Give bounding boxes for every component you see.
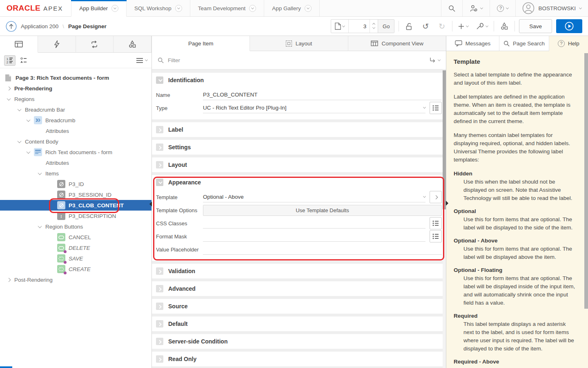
chevron-down-icon[interactable]: [111, 5, 118, 12]
type-view-toggle[interactable]: [18, 55, 29, 66]
tree-item-region-buttons[interactable]: Region Buttons: [0, 221, 151, 232]
type-select[interactable]: UC - Rich Text Editor Pro [Plug-In]: [203, 103, 425, 113]
user-menu-button[interactable]: BOSTROWSKI: [515, 0, 588, 16]
tree-item-save-button[interactable]: SAVE: [0, 253, 151, 264]
section-header-read-only[interactable]: Read Only: [152, 352, 446, 366]
expand-icon[interactable]: [156, 285, 163, 292]
tree-item-breadcrumb-bar[interactable]: Breadcrumb Bar: [0, 104, 151, 115]
shared-components-button[interactable]: [498, 20, 510, 32]
value-placeholder-input[interactable]: [203, 244, 442, 255]
expand-icon[interactable]: [156, 320, 163, 328]
help-menu-button[interactable]: ?: [490, 0, 515, 16]
go-up-icon[interactable]: [6, 21, 17, 32]
format-mask-list-button[interactable]: [430, 230, 442, 242]
admin-menu-button[interactable]: [462, 0, 490, 16]
order-view-toggle[interactable]: 12: [4, 55, 16, 66]
section-header-settings[interactable]: Settings: [152, 140, 446, 155]
expand-icon[interactable]: [156, 267, 163, 275]
tree-item-regions[interactable]: Regions: [0, 94, 151, 104]
tab-rendering[interactable]: [0, 36, 38, 53]
tree-menu-button[interactable]: [136, 58, 147, 63]
tab-team-development[interactable]: Team Development: [190, 0, 264, 16]
tab-dynamic-actions[interactable]: [38, 36, 76, 53]
section-header-identification[interactable]: Identification: [152, 73, 446, 88]
tab-app-builder[interactable]: App Builder: [71, 0, 127, 17]
redo-button[interactable]: ↻: [436, 20, 448, 32]
chevron-down-icon[interactable]: [305, 5, 312, 12]
create-menu-button[interactable]: [457, 23, 470, 29]
template-select[interactable]: Optional - Above: [203, 192, 425, 202]
goto-group-button[interactable]: [429, 57, 440, 63]
run-page-button[interactable]: [556, 19, 582, 33]
breadcrumb-application[interactable]: Application 200: [21, 23, 58, 29]
section-header-validation[interactable]: Validation: [152, 264, 446, 278]
format-mask-input[interactable]: [203, 231, 425, 242]
css-classes-input[interactable]: [203, 218, 425, 229]
tree-item-form-attributes[interactable]: Attributes: [0, 157, 151, 168]
chevron-down-icon[interactable]: [16, 108, 22, 111]
expand-icon[interactable]: [156, 144, 163, 151]
vertical-scrollbar[interactable]: [584, 53, 588, 368]
tree-item-form-region[interactable]: Rich Text documents - form: [0, 147, 151, 157]
tab-page-item[interactable]: Page Item: [152, 36, 250, 51]
splitter-collapse-arrow[interactable]: [149, 202, 152, 206]
section-header-label[interactable]: Label: [152, 122, 446, 137]
chevron-right-icon[interactable]: [6, 87, 11, 90]
chevron-right-icon[interactable]: [6, 278, 11, 281]
tree-item-delete-button[interactable]: DELETE: [0, 242, 151, 253]
global-search-button[interactable]: [441, 0, 462, 16]
expand-icon[interactable]: [156, 303, 163, 310]
name-input[interactable]: P3_CLOB_CONTENT: [203, 90, 442, 100]
expand-icon[interactable]: [156, 161, 163, 168]
collapse-icon[interactable]: [156, 179, 163, 186]
chevron-down-icon[interactable]: [37, 225, 42, 228]
tab-component-view[interactable]: Component View: [348, 36, 446, 51]
tree-item-breadcrumb-attributes[interactable]: Attributes: [0, 126, 151, 136]
tab-app-gallery[interactable]: App Gallery: [264, 0, 320, 16]
page-number-stepper[interactable]: [370, 20, 378, 33]
tree-item-cancel-button[interactable]: CANCEL: [0, 232, 151, 242]
chevron-down-icon[interactable]: [37, 172, 42, 175]
goto-template-button[interactable]: [430, 191, 442, 203]
tab-layout[interactable]: Layout: [250, 36, 348, 51]
section-header-server-side-condition[interactable]: Server-side Condition: [152, 334, 446, 349]
chevron-down-icon[interactable]: [25, 119, 31, 122]
tree-item-create-button[interactable]: CREATE: [0, 264, 151, 274]
tab-page-search[interactable]: Page Search: [499, 36, 549, 51]
expand-icon[interactable]: [156, 338, 163, 345]
tree-item-items[interactable]: Items: [0, 168, 151, 179]
tree-item-p3-id[interactable]: P3_ID: [0, 179, 151, 189]
utilities-menu-button[interactable]: [474, 22, 490, 30]
tree-item-p3-session-id[interactable]: P3_SESSION_ID: [0, 189, 151, 200]
page-number-input[interactable]: [348, 20, 370, 33]
chevron-down-icon[interactable]: [16, 140, 22, 143]
type-list-button[interactable]: [430, 102, 442, 114]
section-header-default[interactable]: Default: [152, 316, 446, 331]
section-header-layout[interactable]: Layout: [152, 157, 446, 172]
collapse-icon[interactable]: [156, 76, 163, 84]
tab-sql-workshop[interactable]: SQL Workshop: [127, 0, 190, 16]
template-options-button[interactable]: Use Template Defaults: [203, 205, 442, 216]
page-picker-button[interactable]: [331, 20, 348, 33]
expand-icon[interactable]: [156, 126, 163, 133]
vertical-scrollbar[interactable]: [443, 70, 446, 368]
go-button[interactable]: Go: [378, 20, 394, 33]
tab-processing[interactable]: [76, 36, 114, 53]
chevron-down-icon[interactable]: [25, 151, 31, 154]
tree-item-content-body[interactable]: Content Body: [0, 136, 151, 147]
css-classes-list-button[interactable]: [430, 217, 442, 229]
tree-item-p3-clob-content[interactable]: P3_CLOB_CONTENT: [0, 200, 151, 211]
save-button[interactable]: Save: [519, 19, 552, 33]
chevron-down-icon[interactable]: [175, 5, 182, 12]
filter-input[interactable]: [168, 57, 429, 63]
lock-button[interactable]: [403, 20, 415, 32]
section-header-source[interactable]: Source: [152, 299, 446, 314]
scrollbar-thumb[interactable]: [443, 70, 446, 209]
scrollbar-thumb[interactable]: [584, 53, 588, 309]
chevron-down-icon[interactable]: [6, 98, 11, 101]
tree-item-page[interactable]: Page 3: Rich Text documents - form: [0, 72, 151, 83]
tree-item-p3-description[interactable]: I P3_DESCRIPTION: [0, 211, 151, 221]
chevron-down-icon[interactable]: [249, 5, 256, 12]
splitter-expand-arrow[interactable]: [446, 201, 448, 206]
tree-item-post-rendering[interactable]: Post-Rendering: [0, 274, 151, 285]
